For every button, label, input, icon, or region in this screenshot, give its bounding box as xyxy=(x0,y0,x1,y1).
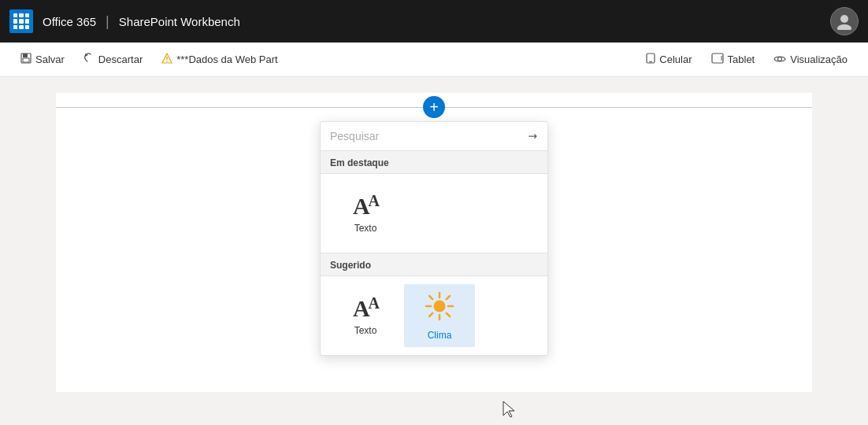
save-button[interactable]: Salvar xyxy=(13,48,72,71)
text-suggested-icon: AA xyxy=(353,295,378,320)
waffle-dot xyxy=(13,13,17,17)
featured-section-label: Em destaque xyxy=(321,151,547,174)
tablet-icon xyxy=(711,53,724,66)
preview-icon xyxy=(773,54,786,66)
picker-search-area: ↗ xyxy=(321,122,547,151)
svg-rect-3 xyxy=(23,54,28,57)
svg-line-18 xyxy=(429,296,432,299)
picker-search-input[interactable] xyxy=(330,130,522,142)
waffle-dot xyxy=(25,25,29,29)
text-suggested-label: Texto xyxy=(354,325,377,336)
mobile-label: Celular xyxy=(659,54,692,65)
text-featured-icon: AA xyxy=(353,193,378,218)
weather-icon xyxy=(425,291,454,325)
waffle-dot xyxy=(13,19,17,23)
discard-label: Descartar xyxy=(98,54,143,65)
tablet-label: Tablet xyxy=(728,54,755,65)
discard-button[interactable]: Descartar xyxy=(76,48,150,71)
mobile-icon xyxy=(646,53,655,66)
add-row: + xyxy=(56,93,812,121)
cursor xyxy=(502,400,517,423)
toolbar-right: Celular Tablet Visualização xyxy=(638,48,855,71)
user-avatar[interactable] xyxy=(830,7,859,35)
preview-button[interactable]: Visualização xyxy=(766,49,855,71)
svg-line-20 xyxy=(447,296,450,299)
weather-label: Clima xyxy=(428,330,452,341)
svg-point-22 xyxy=(434,300,446,312)
discard-icon xyxy=(83,53,95,66)
main-content: + ↗ Em destaque AA Texto xyxy=(0,77,868,425)
waffle-dot xyxy=(25,13,29,17)
save-icon xyxy=(20,53,32,66)
mobile-button[interactable]: Celular xyxy=(638,48,699,71)
waffle-dot xyxy=(13,25,17,29)
svg-rect-4 xyxy=(23,58,29,62)
suggested-items: AA Texto xyxy=(321,276,547,355)
save-label: Salvar xyxy=(35,54,65,65)
waffle-dot xyxy=(25,19,29,23)
picker-item-text-featured[interactable]: AA Texto xyxy=(330,182,401,245)
toolbar: Salvar Descartar ***Dados da Web Part xyxy=(0,42,868,77)
top-nav-bar: Office 365 | SharePoint Workbench xyxy=(0,0,868,42)
tablet-button[interactable]: Tablet xyxy=(703,48,763,71)
user-icon xyxy=(836,13,853,30)
svg-point-8 xyxy=(166,61,168,62)
waffle-dot xyxy=(19,13,23,17)
add-webpart-button[interactable]: + xyxy=(423,96,445,118)
waffle-dot xyxy=(19,19,23,23)
svg-point-1 xyxy=(837,24,851,30)
featured-items: AA Texto xyxy=(321,174,547,253)
webpart-data-button[interactable]: ***Dados da Web Part xyxy=(154,48,285,71)
suggested-section-label: Sugerido xyxy=(321,253,547,276)
warning-icon xyxy=(161,53,172,66)
svg-line-19 xyxy=(447,312,450,316)
picker-item-text-suggested[interactable]: AA Texto xyxy=(330,284,401,347)
waffle-menu-button[interactable] xyxy=(9,9,33,33)
picker-item-weather[interactable]: Clima xyxy=(404,284,475,347)
nav-divider: | xyxy=(106,13,109,30)
svg-point-0 xyxy=(840,15,848,23)
svg-line-21 xyxy=(429,312,432,316)
expand-icon[interactable]: ↗ xyxy=(525,128,541,144)
page-canvas: + ↗ Em destaque AA Texto xyxy=(56,93,812,392)
preview-label: Visualização xyxy=(790,54,848,65)
app-name-label: SharePoint Workbench xyxy=(119,15,240,28)
webpart-picker-panel: ↗ Em destaque AA Texto Sugerido xyxy=(320,121,548,356)
text-featured-label: Texto xyxy=(354,223,377,234)
waffle-dot xyxy=(19,25,23,29)
office365-label: Office 365 xyxy=(43,15,96,28)
webpart-data-label: ***Dados da Web Part xyxy=(176,54,277,65)
svg-point-13 xyxy=(778,57,782,61)
